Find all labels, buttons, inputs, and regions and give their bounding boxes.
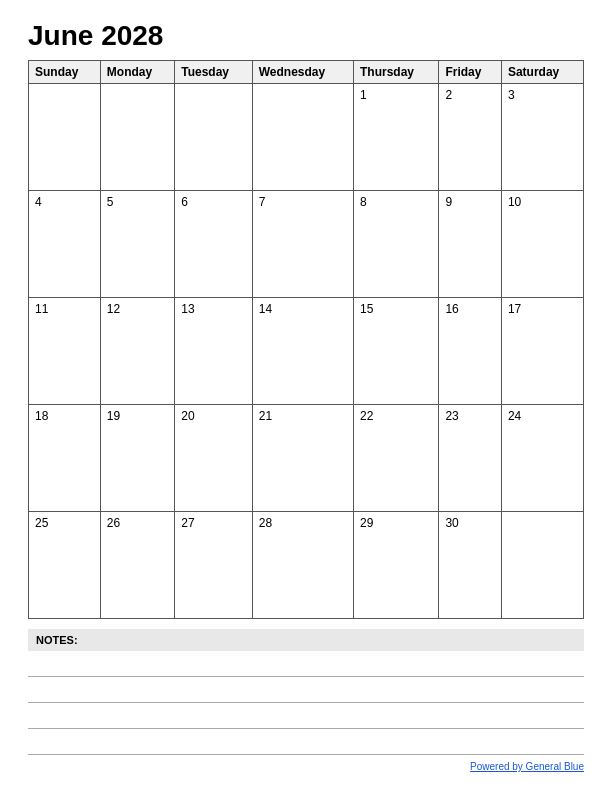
day-number: 4	[35, 195, 42, 209]
notes-line-4	[28, 735, 584, 755]
day-number: 6	[181, 195, 188, 209]
day-number: 22	[360, 409, 373, 423]
day-number: 5	[107, 195, 114, 209]
day-number: 2	[445, 88, 452, 102]
day-number: 1	[360, 88, 367, 102]
header-monday: Monday	[100, 61, 174, 84]
day-number: 30	[445, 516, 458, 530]
calendar-cell-3-1: 19	[100, 405, 174, 512]
calendar-cell-3-5: 23	[439, 405, 501, 512]
powered-by-link[interactable]: Powered by General Blue	[470, 761, 584, 772]
calendar-cell-4-0: 25	[29, 512, 101, 619]
calendar-cell-4-4: 29	[354, 512, 439, 619]
header-thursday: Thursday	[354, 61, 439, 84]
day-number: 11	[35, 302, 48, 316]
day-number: 25	[35, 516, 48, 530]
calendar-cell-2-3: 14	[252, 298, 353, 405]
calendar-cell-0-5: 2	[439, 84, 501, 191]
calendar-cell-2-5: 16	[439, 298, 501, 405]
day-number: 7	[259, 195, 266, 209]
calendar-title: June 2028	[28, 20, 584, 52]
calendar-cell-2-1: 12	[100, 298, 174, 405]
calendar-cell-3-2: 20	[175, 405, 253, 512]
calendar-cell-0-4: 1	[354, 84, 439, 191]
header-wednesday: Wednesday	[252, 61, 353, 84]
header-saturday: Saturday	[501, 61, 583, 84]
day-number: 12	[107, 302, 120, 316]
day-number: 8	[360, 195, 367, 209]
day-number: 24	[508, 409, 521, 423]
day-number: 26	[107, 516, 120, 530]
calendar-cell-1-2: 6	[175, 191, 253, 298]
day-number: 14	[259, 302, 272, 316]
calendar-cell-0-3	[252, 84, 353, 191]
calendar-cell-3-3: 21	[252, 405, 353, 512]
notes-line-3	[28, 709, 584, 729]
calendar-week-4: 252627282930	[29, 512, 584, 619]
day-number: 17	[508, 302, 521, 316]
calendar-cell-1-4: 8	[354, 191, 439, 298]
calendar-cell-2-0: 11	[29, 298, 101, 405]
calendar-cell-0-2	[175, 84, 253, 191]
calendar-cell-1-3: 7	[252, 191, 353, 298]
day-number: 28	[259, 516, 272, 530]
calendar-cell-0-1	[100, 84, 174, 191]
header-row: Sunday Monday Tuesday Wednesday Thursday…	[29, 61, 584, 84]
calendar-cell-4-1: 26	[100, 512, 174, 619]
calendar-cell-2-4: 15	[354, 298, 439, 405]
notes-section: NOTES:	[28, 629, 584, 755]
calendar-cell-1-0: 4	[29, 191, 101, 298]
calendar-cell-3-4: 22	[354, 405, 439, 512]
calendar-cell-3-6: 24	[501, 405, 583, 512]
day-number: 3	[508, 88, 515, 102]
day-number: 23	[445, 409, 458, 423]
day-number: 16	[445, 302, 458, 316]
day-number: 29	[360, 516, 373, 530]
day-number: 13	[181, 302, 194, 316]
notes-label: NOTES:	[28, 629, 584, 651]
calendar-table: Sunday Monday Tuesday Wednesday Thursday…	[28, 60, 584, 619]
calendar-cell-4-2: 27	[175, 512, 253, 619]
calendar-cell-1-5: 9	[439, 191, 501, 298]
day-number: 21	[259, 409, 272, 423]
calendar-cell-0-6: 3	[501, 84, 583, 191]
calendar-cell-2-2: 13	[175, 298, 253, 405]
notes-line-1	[28, 657, 584, 677]
header-friday: Friday	[439, 61, 501, 84]
header-tuesday: Tuesday	[175, 61, 253, 84]
powered-by[interactable]: Powered by General Blue	[28, 761, 584, 772]
day-number: 15	[360, 302, 373, 316]
header-sunday: Sunday	[29, 61, 101, 84]
page: June 2028 Sunday Monday Tuesday Wednesda…	[0, 0, 612, 792]
day-number: 19	[107, 409, 120, 423]
calendar-week-3: 18192021222324	[29, 405, 584, 512]
calendar-week-1: 45678910	[29, 191, 584, 298]
calendar-cell-1-1: 5	[100, 191, 174, 298]
day-number: 20	[181, 409, 194, 423]
calendar-cell-2-6: 17	[501, 298, 583, 405]
calendar-cell-1-6: 10	[501, 191, 583, 298]
calendar-week-2: 11121314151617	[29, 298, 584, 405]
calendar-cell-4-5: 30	[439, 512, 501, 619]
day-number: 10	[508, 195, 521, 209]
calendar-cell-3-0: 18	[29, 405, 101, 512]
day-number: 27	[181, 516, 194, 530]
day-number: 9	[445, 195, 452, 209]
calendar-cell-4-3: 28	[252, 512, 353, 619]
calendar-cell-0-0	[29, 84, 101, 191]
calendar-cell-4-6	[501, 512, 583, 619]
notes-line-2	[28, 683, 584, 703]
day-number: 18	[35, 409, 48, 423]
calendar-week-0: 123	[29, 84, 584, 191]
